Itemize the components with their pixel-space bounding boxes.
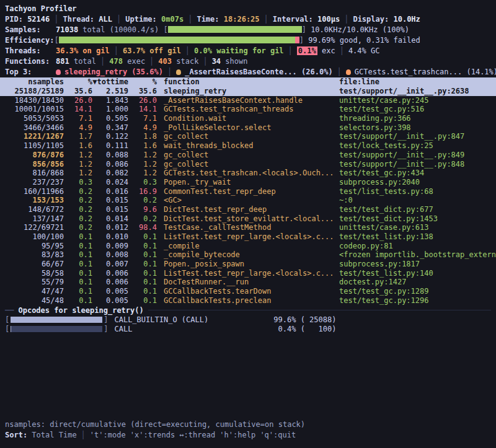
table-row[interactable]: 856/8561.20.0861.2gc_collecttest/support…	[0, 160, 496, 169]
separator: │	[167, 68, 172, 76]
top3-item-1: sleeping_retry (35.6%)	[64, 68, 163, 76]
efficiency-line: Efficiency:[] 99.69% good, 0.31% failed	[0, 35, 496, 46]
cell-function: CommonTest.test_repr_deep	[157, 187, 337, 196]
table-row[interactable]: 95/950.10.0090.1_compilecodeop.py:81	[0, 242, 496, 251]
cell-pct-cumulative: 0.1	[128, 296, 157, 305]
cell-pct-direct: 0.2	[64, 196, 92, 205]
cell-tottime: 0.007	[92, 260, 128, 269]
cell-tottime: 0.088	[92, 151, 128, 160]
table-row[interactable]: 237/2370.30.0240.3Popen._try_waitsubproc…	[0, 178, 496, 187]
separator: │	[337, 68, 342, 76]
table-row[interactable]: 137/1470.20.0140.2DictTest.test_store_ev…	[0, 214, 496, 224]
separator: │	[117, 15, 121, 24]
rule-line	[148, 310, 491, 310]
separator: │	[188, 15, 192, 24]
table-row[interactable]: 83/830.10.0080.1_compile_bytecode<frozen…	[0, 250, 496, 260]
cell-file-line: test/test_list.py:138	[337, 232, 496, 242]
cell-tottime: 0.005	[92, 287, 128, 296]
table-row[interactable]: 122/697210.20.01298.4TestCase._callTestM…	[0, 223, 496, 232]
samples-label: Samples:	[5, 25, 56, 35]
cell-nsamples: 237/237	[0, 178, 64, 187]
top3-item-3: GCTests.test_trashcan... (14.1%)	[355, 68, 496, 76]
opcodes-title: Opcodes for sleeping_retry()	[18, 306, 143, 315]
cell-function: ListTest.test_repr_large.<locals>.c...	[157, 269, 337, 278]
cell-nsamples: 10001/10015	[0, 105, 64, 114]
opcode-bar-open-bracket: [	[5, 325, 9, 333]
table-row[interactable]: 58/580.10.0060.1ListTest.test_repr_large…	[0, 269, 496, 278]
cell-pct-cumulative: 0.1	[128, 278, 157, 287]
status-line: PID: 52146│Thread: ALL│Uptime: 0m07s│Tim…	[0, 14, 496, 25]
table-row[interactable]: 153/1530.20.0150.2<GC>~:0	[0, 196, 496, 205]
cell-pct-cumulative: 0.1	[128, 287, 157, 296]
pid-value: 52146	[27, 15, 50, 24]
cell-file-line: <frozen importlib._bootstrap_externa	[337, 250, 496, 260]
rule-dashes: ──	[5, 306, 14, 315]
table-row[interactable]: 1105/11051.60.1111.6wait_threads_blocked…	[0, 141, 496, 151]
functions-stack: 403	[158, 57, 172, 66]
column-header-nsamples[interactable]: nsamples	[0, 77, 64, 87]
table-header: nsamples % ▼tottime % function file:line	[0, 77, 496, 87]
efficiency-bar-open-bracket: [	[54, 36, 58, 45]
efficiency-summary: 99.69% good, 0.31% failed	[308, 36, 420, 45]
table-row[interactable]: 3466/34664.90.3474.9_PollLikeSelector.se…	[0, 123, 496, 133]
cell-pct-direct: 0.1	[64, 232, 92, 242]
cell-pct-direct: 35.6	[64, 87, 92, 96]
cell-tottime: 0.015	[92, 196, 128, 205]
thread-value[interactable]: ALL	[99, 15, 112, 24]
app-title: Tachyon Profiler	[0, 4, 496, 14]
column-header-file-line[interactable]: file:line	[337, 77, 496, 87]
cell-tottime: 0.122	[92, 132, 128, 141]
cell-pct-cumulative: 0.2	[128, 214, 157, 224]
efficiency-label: Efficiency:	[5, 36, 54, 45]
table-row[interactable]: 25188/2518935.62.51935.6sleeping_retryte…	[0, 87, 496, 96]
cell-pct-cumulative: 4.9	[128, 123, 157, 133]
cell-nsamples: 47/47	[0, 287, 64, 296]
table-row[interactable]: 816/8681.20.0821.2GCTests.test_trashcan.…	[0, 169, 496, 178]
table-row[interactable]: 876/8761.20.0881.2gc_collecttest/support…	[0, 151, 496, 160]
cell-pct-direct: 4.9	[64, 123, 92, 133]
cell-function: <GC>	[157, 196, 337, 205]
samples-rate: 10.0KHz/10.0KHz (100%)	[311, 25, 409, 34]
functions-stack-label: stack	[176, 57, 198, 66]
table-row[interactable]: 160/119660.20.01616.9CommonTest.test_rep…	[0, 187, 496, 196]
cell-file-line: test/support/__init__.py:848	[337, 160, 496, 169]
cell-pct-cumulative: 98.4	[128, 223, 157, 232]
cell-tottime: 0.010	[92, 232, 128, 242]
opcode-stat: 99.6% ( 25088)	[262, 315, 336, 324]
display-value: 10.0Hz	[393, 15, 420, 24]
table-row[interactable]: 10001/1001514.11.00014.1GCTests.test_tra…	[0, 105, 496, 114]
table-row[interactable]: 45/480.10.0050.1GCCallbackTests.preclean…	[0, 296, 496, 305]
table-row[interactable]: 1221/12671.70.1221.8gc_collecttest/suppo…	[0, 132, 496, 141]
table-row[interactable]: 55/790.10.0060.1DocTestRunner.__rundocte…	[0, 278, 496, 287]
time-label: Time:	[197, 15, 219, 24]
cell-pct-direct: 0.2	[64, 223, 92, 232]
threads-gc: 4.4% GC	[348, 46, 380, 55]
table-row[interactable]: 100/1000.10.0100.1ListTest.test_repr_lar…	[0, 232, 496, 242]
table-row[interactable]: 47/470.10.0050.1GCCallbackTests.tearDown…	[0, 287, 496, 296]
cell-pct-direct: 0.2	[64, 214, 92, 224]
opcode-bar-fill	[11, 317, 102, 323]
efficiency-bar	[59, 37, 299, 43]
column-header-pct-cumulative[interactable]: %	[128, 77, 157, 87]
cell-tottime: 0.014	[92, 214, 128, 224]
column-header-pct-direct[interactable]: %	[64, 77, 92, 87]
column-header-function[interactable]: function	[157, 77, 337, 87]
table-row[interactable]: 66/670.10.0070.1Popen._posix_spawnsubpro…	[0, 260, 496, 269]
cell-pct-direct: 0.1	[64, 242, 92, 251]
table-row[interactable]: 148/67720.20.0159.6DictTest.test_repr_de…	[0, 205, 496, 214]
column-header-tottime-sorted[interactable]: ▼tottime	[92, 77, 128, 87]
cell-pct-cumulative: 7.1	[128, 114, 157, 123]
uptime-value: 0m07s	[161, 15, 184, 24]
table-row[interactable]: 5053/50537.10.5057.1Condition.waitthread…	[0, 114, 496, 123]
cell-pct-cumulative: 1.2	[128, 160, 157, 169]
functions-label: Functions:	[5, 56, 56, 67]
cell-file-line: unittest/case.py:245	[337, 96, 496, 105]
cell-file-line: subprocess.py:2040	[337, 178, 496, 187]
table-row[interactable]: 18430/1843026.01.84326.0_AssertRaisesBas…	[0, 96, 496, 105]
cell-tottime: 0.008	[92, 250, 128, 260]
cell-function: GCTests.test_trashcan.<locals>.Ouch...	[157, 169, 337, 178]
cell-tottime: 0.006	[92, 269, 128, 278]
cell-pct-direct: 0.1	[64, 269, 92, 278]
functions-shown: 34	[212, 57, 221, 66]
keybar-line: Sort: Total Time│'t':mode 'x':trends ↔:t…	[0, 430, 496, 441]
